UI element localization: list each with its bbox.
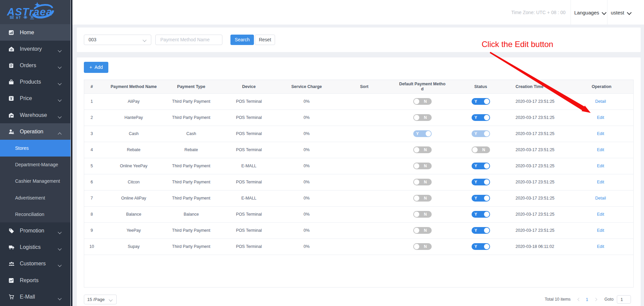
svg-text:ASTraea: ASTraea: [7, 6, 52, 18]
